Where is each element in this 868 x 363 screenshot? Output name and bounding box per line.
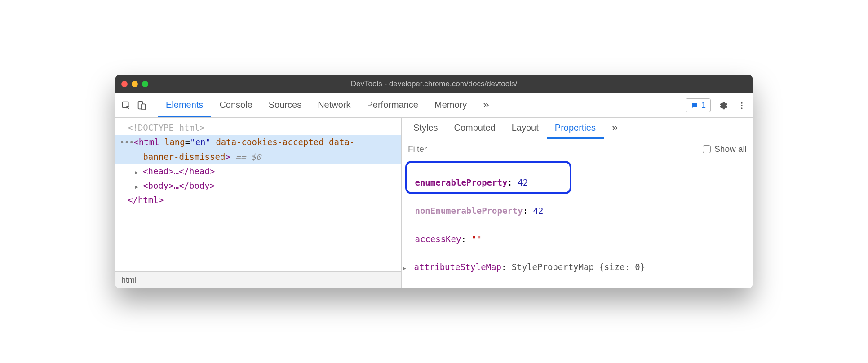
dom-body[interactable]: ▶<body>…</body> [115,178,401,193]
tab-console[interactable]: Console [211,93,260,117]
prop-row[interactable]: ▶ attributeStyleMap: StylePropertyMap {s… [410,260,753,274]
titlebar: DevTools - developer.chrome.com/docs/dev… [115,75,753,93]
main-toolbar: Elements Console Sources Network Perform… [115,93,753,118]
breadcrumb[interactable]: html [115,271,401,288]
devtools-window: DevTools - developer.chrome.com/docs/dev… [115,75,753,288]
properties-list[interactable]: enumerableProperty: 42 nonEnumerableProp… [402,159,753,288]
tab-more[interactable]: » [475,93,497,117]
tab-sources[interactable]: Sources [261,93,310,117]
sidebar-panel: Styles Computed Layout Properties » Show… [402,118,753,288]
tab-memory[interactable]: Memory [426,93,475,117]
kebab-menu-icon[interactable] [735,99,748,112]
messages-badge[interactable]: 1 [686,98,711,112]
filter-bar: Show all [402,139,753,159]
prop-row[interactable]: enumerableProperty: 42 [410,176,753,190]
prop-row[interactable]: nonEnumerableProperty: 42 [410,204,753,218]
dom-tree[interactable]: <!DOCTYPE html> •••<html lang="en" data-… [115,118,401,271]
sidebar-tabs: Styles Computed Layout Properties » [402,118,753,139]
maximize-window-button[interactable] [142,81,148,87]
gear-icon[interactable] [716,99,730,112]
content-area: <!DOCTYPE html> •••<html lang="en" data-… [115,118,753,288]
close-window-button[interactable] [121,81,128,87]
dom-head[interactable]: ▶<head>…</head> [115,164,401,178]
dom-html-close[interactable]: </html> [115,193,401,207]
traffic-lights [121,81,148,87]
subtab-more[interactable]: » [604,118,626,139]
messages-count: 1 [701,101,706,110]
elements-panel: <!DOCTYPE html> •••<html lang="en" data-… [115,118,402,288]
filter-input[interactable] [408,144,703,154]
subtab-layout[interactable]: Layout [504,118,547,139]
dom-doctype[interactable]: <!DOCTYPE html> [115,120,401,135]
window-title: DevTools - developer.chrome.com/docs/dev… [115,80,753,89]
svg-rect-2 [142,104,145,110]
tab-network[interactable]: Network [310,93,359,117]
subtab-properties[interactable]: Properties [547,118,604,139]
show-all-checkbox[interactable] [703,145,711,153]
svg-point-4 [741,105,742,106]
tab-elements[interactable]: Elements [158,93,211,117]
tab-performance[interactable]: Performance [359,93,427,117]
subtab-styles[interactable]: Styles [405,118,446,139]
inspect-icon[interactable] [120,99,133,112]
svg-point-3 [741,102,742,103]
show-all-toggle[interactable]: Show all [703,144,747,154]
minimize-window-button[interactable] [132,81,138,87]
panel-tabs: Elements Console Sources Network Perform… [158,93,497,117]
prop-row[interactable]: accessKey: "" [410,232,753,246]
separator [153,100,153,111]
device-toggle-icon[interactable] [135,99,148,112]
subtab-computed[interactable]: Computed [446,118,503,139]
dom-html-open-2[interactable]: banner-dismissed> == $0 [115,150,401,164]
svg-point-5 [741,107,742,109]
dom-html-open[interactable]: •••<html lang="en" data-cookies-accepted… [115,135,401,149]
show-all-label: Show all [714,144,747,154]
